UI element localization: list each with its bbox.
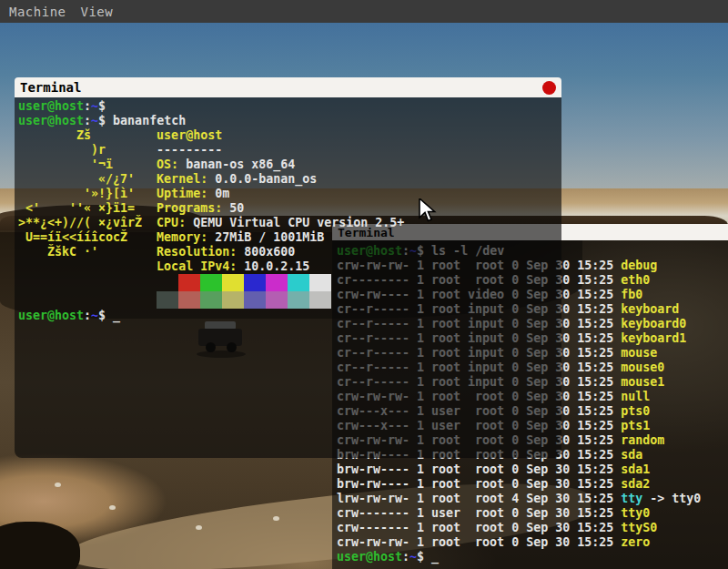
- stone: [273, 516, 279, 521]
- stone: [109, 505, 116, 510]
- stone: [55, 483, 61, 487]
- terminal1-output[interactable]: user@host:~$ user@host:~$ bananfetch Zš …: [15, 97, 561, 458]
- color-palette-row1: [157, 274, 561, 291]
- stone: [196, 525, 202, 530]
- color-palette-row2: [157, 291, 561, 309]
- terminal1-titlebar[interactable]: Terminal: [15, 77, 561, 97]
- terminal1-title: Terminal: [20, 80, 81, 95]
- terminal1-output-bottom: user@host:~$ _: [18, 309, 561, 323]
- menu-item-view[interactable]: View: [81, 5, 114, 19]
- terminal1-output-top: user@host:~$ user@host:~$ bananfetch Zš …: [18, 99, 561, 274]
- menu-item-machine[interactable]: Machine: [9, 5, 66, 19]
- close-button[interactable]: [542, 81, 556, 95]
- mouse-cursor-icon: [419, 198, 439, 226]
- vm-menubar: Machine View: [0, 0, 728, 23]
- terminal-window-bananfetch[interactable]: Terminal user@host:~$ user@host:~$ banan…: [15, 77, 561, 458]
